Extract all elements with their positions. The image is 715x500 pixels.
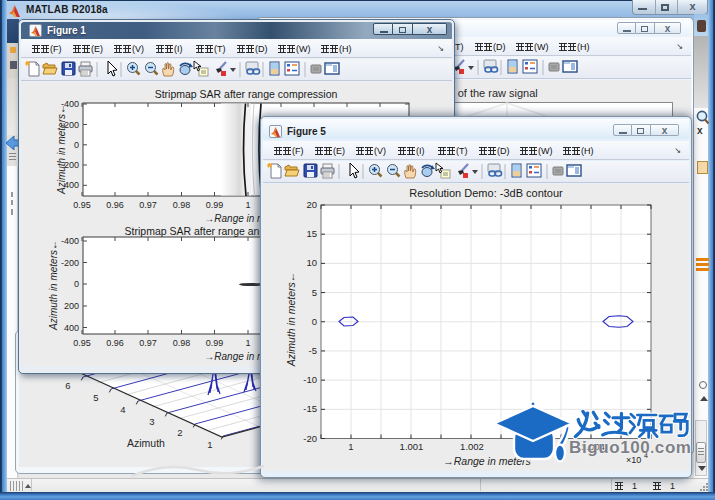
svg-text:0.98: 0.98 — [173, 338, 191, 348]
svg-text:400: 400 — [64, 323, 79, 333]
svg-text:-200: -200 — [61, 258, 79, 268]
svg-text:×10: ×10 — [626, 455, 641, 465]
svg-text:0.99: 0.99 — [206, 200, 224, 210]
svg-text:Azimuth in meters←: Azimuth in meters← — [285, 272, 297, 368]
svg-text:1.003: 1.003 — [521, 441, 545, 452]
svg-text:6: 6 — [65, 380, 70, 391]
svg-text:15: 15 — [306, 228, 317, 239]
svg-text:0.95: 0.95 — [73, 200, 91, 210]
svg-text:-15: -15 — [303, 403, 317, 414]
svg-text:Azimuth in meters←: Azimuth in meters← — [48, 240, 59, 331]
svg-text:-10: -10 — [303, 374, 317, 385]
svg-text:-400: -400 — [61, 236, 79, 246]
svg-text:1: 1 — [245, 338, 250, 348]
svg-text:-20: -20 — [303, 433, 317, 444]
svg-text:Azimuth: Azimuth — [127, 437, 165, 449]
svg-text:4: 4 — [644, 452, 648, 459]
svg-text:Azimuth in meters←: Azimuth in meters← — [56, 104, 67, 195]
svg-text:20: 20 — [306, 199, 317, 210]
svg-text:1: 1 — [245, 200, 250, 210]
svg-text:Resolution Demo: -3dB contour: Resolution Demo: -3dB contour — [409, 187, 563, 199]
svg-text:2: 2 — [177, 427, 182, 438]
svg-text:0.99: 0.99 — [206, 338, 224, 348]
svg-text:4: 4 — [120, 404, 125, 415]
svg-text:1: 1 — [207, 439, 212, 450]
svg-text:3: 3 — [149, 416, 154, 427]
svg-text:→Range in meters: →Range in meters — [443, 455, 531, 467]
svg-text:0.96: 0.96 — [106, 200, 124, 210]
svg-text:-5: -5 — [309, 345, 317, 356]
svg-text:5: 5 — [312, 287, 317, 298]
svg-text:0.98: 0.98 — [173, 200, 191, 210]
svg-text:0: 0 — [74, 140, 79, 150]
svg-text:0.97: 0.97 — [139, 338, 157, 348]
svg-text:1: 1 — [348, 441, 353, 452]
svg-text:200: 200 — [64, 301, 79, 311]
svg-text:1.002: 1.002 — [460, 441, 484, 452]
svg-text:0.95: 0.95 — [73, 338, 91, 348]
svg-text:0.96: 0.96 — [106, 338, 124, 348]
svg-text:0: 0 — [312, 316, 317, 327]
svg-text:Stripmap SAR after range compr: Stripmap SAR after range compression — [155, 88, 338, 100]
svg-text:0.97: 0.97 — [139, 200, 157, 210]
svg-text:5: 5 — [93, 392, 98, 403]
svg-text:1.004: 1.004 — [581, 441, 605, 452]
svg-text:0: 0 — [74, 279, 79, 289]
svg-text:10: 10 — [306, 257, 317, 268]
svg-text:1.001: 1.001 — [400, 441, 424, 452]
